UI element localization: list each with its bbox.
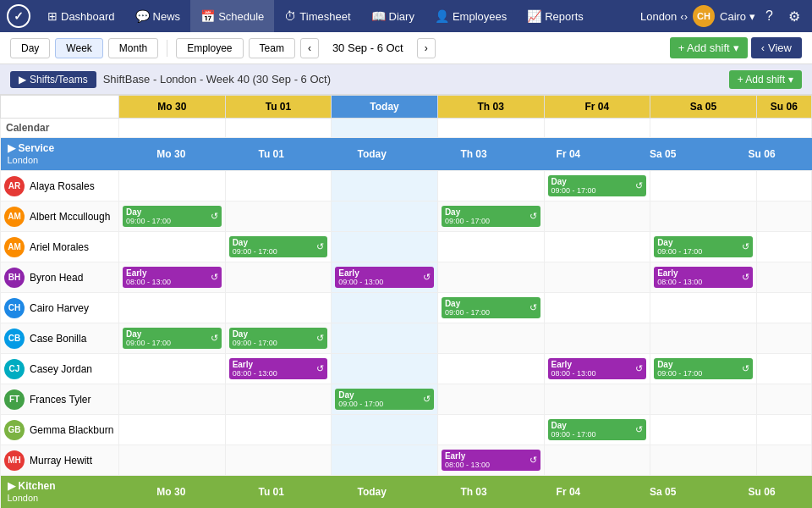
calendar-label-row: Calendar	[1, 119, 812, 138]
header-mon: Mo 30	[119, 96, 226, 119]
shift-block[interactable]: Early08:00 - 13:00 ↺	[442, 450, 540, 471]
header-tue: Tu 01	[225, 96, 332, 119]
shift-block[interactable]: Early09:00 - 13:00 ↺	[335, 267, 434, 288]
employee-row-case: CB Case Bonilla Day09:00 - 17:00 ↺ Day09…	[1, 323, 812, 354]
employee-row-byron: BH Byron Head Early08:00 - 13:00 ↺ Early…	[1, 262, 812, 293]
employees-icon: 👤	[435, 9, 449, 23]
shift-block[interactable]: Day09:00 - 17:00 ↺	[654, 236, 753, 257]
employee-row-frances: FT Frances Tyler Day09:00 - 17:00 ↺	[1, 384, 812, 415]
day-header-row: Mo 30 Tu 01 Today Th 03 Fr 04 Sa 05 Su 0…	[1, 96, 812, 119]
settings-button[interactable]: ⚙	[783, 7, 805, 26]
emp-name-casey: CJ Casey Jordan	[1, 354, 119, 384]
employee-row-casey: CJ Casey Jordan Early08:00 - 13:00 ↺ Ear…	[1, 354, 812, 384]
header-today: Today	[332, 96, 438, 119]
nav-schedule[interactable]: 📅 Schedule	[190, 0, 274, 32]
team-view-button[interactable]: Team	[249, 38, 295, 58]
shift-block[interactable]: Day09:00 - 17:00 ↺	[548, 419, 647, 440]
top-nav: ✓ ⊞ Dashboard 💬 News 📅 Schedule ⏱ Timesh…	[0, 0, 812, 32]
header-thu: Th 03	[437, 96, 544, 119]
employee-row-cairo: CH Cairo Harvey Day09:00 - 17:00 ↺	[1, 293, 812, 323]
nav-employees[interactable]: 👤 Employees	[425, 0, 517, 32]
shift-block[interactable]: Day09:00 - 17:00 ↺	[654, 358, 753, 379]
nav-news[interactable]: 💬 News	[125, 0, 191, 32]
divider	[167, 40, 167, 57]
emp-name-murray: MH Murray Hewitt	[1, 445, 119, 476]
calendar-label: Calendar	[1, 119, 119, 138]
diary-icon: 📖	[371, 9, 386, 23]
date-range: 30 Sep - 6 Oct	[324, 41, 412, 54]
header-fri: Fr 04	[544, 96, 650, 119]
prev-week-button[interactable]: ‹	[300, 38, 319, 58]
employee-row-ariel: AM Ariel Morales Day09:00 - 17:00 ↺	[1, 232, 812, 262]
nav-dashboard[interactable]: ⊞ Dashboard	[37, 0, 125, 32]
dashboard-icon: ⊞	[47, 9, 58, 23]
nav-timesheet[interactable]: ⏱ Timesheet	[274, 0, 360, 32]
user-avatar: CH	[693, 5, 715, 27]
employee-row-gemma: GB Gemma Blackburn Day09:00 - 17:00 ↺	[1, 415, 812, 445]
sub-nav: Day Week Month Employee Team ‹ 30 Sep - …	[0, 32, 812, 64]
reports-icon: 📈	[527, 9, 541, 23]
emp-name-case: CB Case Bonilla	[1, 323, 119, 354]
week-view-button[interactable]: Week	[55, 38, 102, 58]
day-view-button[interactable]: Day	[10, 38, 50, 58]
service-label: ▶ServiceLondon	[1, 138, 119, 170]
emp-name-albert: AM Albert Mccullough	[1, 202, 119, 232]
help-button[interactable]: ?	[760, 7, 778, 25]
emp-name-gemma: GB Gemma Blackburn	[1, 415, 119, 445]
schedule-table: Mo 30 Tu 01 Today Th 03 Fr 04 Sa 05 Su 0…	[0, 95, 812, 508]
shift-block[interactable]: Early08:00 - 13:00 ↺	[548, 358, 647, 379]
nav-right: London ‹› CH Cairo ▾ ? ⚙	[640, 5, 805, 27]
add-shift-banner-button[interactable]: + Add shift ▾	[729, 70, 802, 89]
emp-name-byron: BH Byron Head	[1, 262, 119, 293]
shift-block[interactable]: Day09:00 - 17:00 ↺	[548, 175, 647, 196]
shift-block[interactable]: Day09:00 - 17:00 ↺	[229, 328, 328, 349]
nav-items: ⊞ Dashboard 💬 News 📅 Schedule ⏱ Timeshee…	[37, 0, 640, 32]
shift-block[interactable]: Day09:00 - 17:00 ↺	[442, 206, 540, 227]
calendar-container: Mo 30 Tu 01 Today Th 03 Fr 04 Sa 05 Su 0…	[0, 95, 812, 508]
next-week-button[interactable]: ›	[417, 38, 436, 58]
shift-block[interactable]: Early08:00 - 13:00 ↺	[123, 267, 222, 288]
shift-block[interactable]: Day09:00 - 17:00 ↺	[335, 389, 434, 410]
add-shift-button[interactable]: + Add shift ▾	[670, 37, 748, 58]
employee-view-button[interactable]: Employee	[176, 38, 243, 58]
emp-name-frances: FT Frances Tyler	[1, 384, 119, 415]
employee-row-alaya: AR Alaya Rosales Day09:00 - 17:00 ↺	[1, 171, 812, 202]
month-view-button[interactable]: Month	[108, 38, 158, 58]
news-icon: 💬	[135, 9, 150, 23]
header-sat: Sa 05	[650, 96, 757, 119]
employee-row-albert: AM Albert Mccullough Day09:00 - 17:00 ↺ …	[1, 202, 812, 232]
kitchen-label: ▶KitchenLondon	[1, 476, 119, 508]
header-empty	[1, 96, 119, 119]
shift-block[interactable]: Day09:00 - 17:00 ↺	[229, 236, 328, 257]
employee-row-murray: MH Murray Hewitt Early08:00 - 13:00 ↺	[1, 445, 812, 476]
nav-diary[interactable]: 📖 Diary	[361, 0, 425, 32]
shifts-banner: ▶ Shifts/Teams ShiftBase - London - Week…	[0, 64, 812, 95]
shifts-title: ShiftBase - London - Week 40 (30 Sep - 6…	[103, 73, 722, 86]
shift-block[interactable]: Early08:00 - 13:00 ↺	[229, 358, 328, 379]
shifts-teams-tab[interactable]: ▶ Shifts/Teams	[10, 71, 96, 88]
logo-icon: ✓	[7, 4, 30, 28]
service-section-header: ▶ServiceLondon Mo 30 Tu 01 Today Th 03 F…	[1, 138, 812, 171]
shift-block[interactable]: Day09:00 - 17:00 ↺	[123, 328, 222, 349]
kitchen-section-header: ▶KitchenLondon Mo 30 Tu 01 Today Th 03 F…	[1, 476, 812, 509]
timesheet-icon: ⏱	[284, 9, 296, 23]
emp-name-ariel: AM Ariel Morales	[1, 232, 119, 262]
shift-block[interactable]: Day09:00 - 17:00 ↺	[123, 206, 222, 227]
shift-block[interactable]: Day09:00 - 17:00 ↺	[442, 297, 540, 318]
location-button[interactable]: London ‹›	[640, 10, 688, 23]
header-sun: Su 06	[756, 96, 811, 119]
emp-name-alaya: AR Alaya Rosales	[1, 171, 119, 202]
shift-block[interactable]: Early08:00 - 13:00 ↺	[654, 267, 753, 288]
user-menu-button[interactable]: Cairo ▾	[720, 10, 755, 23]
view-toggle-button[interactable]: ‹ View	[751, 37, 802, 58]
nav-reports[interactable]: 📈 Reports	[517, 0, 594, 32]
emp-name-cairo: CH Cairo Harvey	[1, 293, 119, 323]
schedule-icon: 📅	[200, 9, 215, 23]
